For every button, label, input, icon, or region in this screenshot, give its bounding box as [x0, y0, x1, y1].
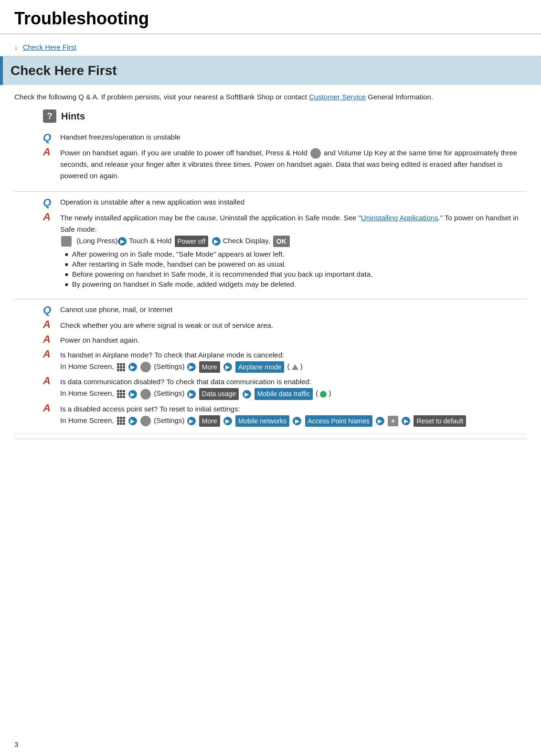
q-letter-1: Q: [43, 131, 56, 144]
qa-block-1: Q Handset freezes/operation is unstable …: [14, 127, 527, 192]
a-text-3e: Is a disabled access point set? To reset…: [60, 402, 467, 427]
a-row-1: A Power on handset again. If you are una…: [14, 146, 527, 182]
data-usage-highlight: Data usage: [199, 388, 239, 400]
a-letter-3c: A: [43, 348, 56, 360]
section-header: Check Here First: [0, 56, 541, 85]
a-letter-3b: A: [43, 333, 56, 346]
uninstalling-link[interactable]: Uninstalling Applications: [361, 214, 438, 222]
main-content: Check the following Q & A. If problem pe…: [0, 85, 541, 447]
bullet-item-3: Before powering on handset in Safe mode,…: [65, 270, 527, 278]
settings-circle-3e: [140, 416, 151, 426]
phone-icon: [61, 236, 72, 247]
a-row-3a: A Check whether you are where signal is …: [14, 318, 527, 331]
green-circle-icon: [320, 391, 327, 398]
plus-icon-3e: +: [388, 416, 398, 426]
ok-highlight: OK: [273, 236, 290, 247]
mobile-data-traffic-highlight: Mobile data traffic: [255, 388, 313, 400]
toc-link-check-here-first[interactable]: Check Here First: [23, 43, 77, 51]
arrow-icon-3d2: ▶: [187, 390, 196, 399]
bullet-item-4: By powering on handset in Safe mode, add…: [65, 280, 527, 288]
q-row-2: Q Operation is unstable after a new appl…: [14, 196, 527, 209]
a-row-3c: A Is handset in Airplane mode? To check …: [14, 348, 527, 373]
arrow-icon-3e5: ▶: [376, 417, 384, 425]
page-title: Troubleshooting: [0, 0, 541, 34]
arrow-icon-3c1: ▶: [128, 363, 137, 371]
a-text-1: Power on handset again. If you are unabl…: [60, 146, 527, 182]
bullet-list-2: After powering on in Safe mode, "Safe Mo…: [65, 250, 527, 288]
qa-block-2: Q Operation is unstable after a new appl…: [14, 192, 527, 299]
toc-arrow-icon: ↓: [14, 43, 18, 51]
arrow-icon-3d1: ▶: [128, 390, 137, 399]
access-point-names-highlight: Access Point Names: [305, 415, 372, 427]
a-letter-2: A: [43, 211, 56, 223]
arrow-icon-3e4: ▶: [293, 417, 301, 425]
arrow-icon-3e1: ▶: [128, 417, 137, 425]
toc-section: ↓ Check Here First: [0, 34, 541, 56]
arrow-icon-3c2: ▶: [187, 363, 196, 371]
grid-icon-3c: [117, 363, 125, 371]
a-letter-1: A: [43, 146, 56, 158]
q-letter-3: Q: [43, 304, 56, 316]
a-letter-3d: A: [43, 375, 56, 387]
triangle-icon-3c: [292, 364, 298, 370]
settings-icon: [310, 148, 321, 159]
a-letter-3e: A: [43, 402, 56, 414]
page-number: 3: [14, 740, 18, 748]
intro-text: Check the following Q & A. If problem pe…: [14, 93, 307, 101]
a-row-3e: A Is a disabled access point set? To res…: [14, 402, 527, 427]
grid-icon-3e: [117, 417, 125, 425]
customer-service-link[interactable]: Customer Service: [309, 93, 366, 101]
section-title: Check Here First: [11, 63, 117, 78]
q-text-1: Handset freezes/operation is unstable: [60, 131, 180, 141]
hints-label: Hints: [61, 111, 85, 122]
a-letter-3a: A: [43, 318, 56, 331]
intro-paragraph: Check the following Q & A. If problem pe…: [14, 93, 527, 101]
a-row-3d: A Is data communication disabled? To che…: [14, 375, 527, 400]
hints-block: ? Hints: [43, 109, 527, 123]
settings-circle-3c: [140, 362, 151, 372]
q-row-3: Q Cannot use phone, mail, or Internet: [14, 304, 527, 316]
bullet-item-1: After powering on in Safe mode, "Safe Mo…: [65, 250, 527, 258]
power-off-highlight: Power off: [175, 236, 209, 247]
hints-icon: ?: [43, 109, 56, 123]
arrow-icon-3e6: ▶: [402, 417, 410, 425]
settings-circle-3d: [140, 389, 151, 400]
intro-suffix: General Information.: [368, 93, 433, 101]
airplane-mode-highlight: Airplane mode: [235, 361, 284, 373]
arrow-icon-3c3: ▶: [223, 363, 232, 371]
a-text-3d: Is data communication disabled? To check…: [60, 375, 331, 400]
q-text-3: Cannot use phone, mail, or Internet: [60, 304, 172, 313]
q-text-2: Operation is unstable after a new applic…: [60, 196, 244, 206]
a-row-2a: A The newly installed application may be…: [14, 211, 527, 247]
mobile-networks-highlight: Mobile networks: [235, 415, 289, 427]
arrow-icon-3e2: ▶: [187, 417, 196, 425]
more-highlight-3e: More: [199, 415, 220, 427]
bullet-item-2: After restarting in Safe mode, handset c…: [65, 260, 527, 268]
a-text-3c: Is handset in Airplane mode? To check th…: [60, 348, 303, 373]
bottom-divider: [14, 439, 527, 439]
arrow-icon-2: ▶: [212, 237, 221, 246]
arrow-icon-3d3: ▶: [243, 390, 251, 399]
qa-block-3: Q Cannot use phone, mail, or Internet A …: [14, 299, 527, 434]
a-text-2a: The newly installed application may be t…: [60, 211, 527, 247]
grid-icon-3d: [117, 390, 125, 398]
more-highlight-3c: More: [199, 361, 220, 373]
arrow-icon-3e3: ▶: [223, 417, 232, 425]
arrow-icon-1: ▶: [118, 237, 127, 246]
a-row-3b: A Power on handset again.: [14, 333, 527, 346]
a-text-3b: Power on handset again.: [60, 333, 139, 346]
reset-to-default-highlight: Reset to default: [414, 415, 466, 427]
a-text-3a: Check whether you are where signal is we…: [60, 318, 273, 331]
q-row-1: Q Handset freezes/operation is unstable: [14, 131, 527, 144]
q-letter-2: Q: [43, 196, 56, 209]
